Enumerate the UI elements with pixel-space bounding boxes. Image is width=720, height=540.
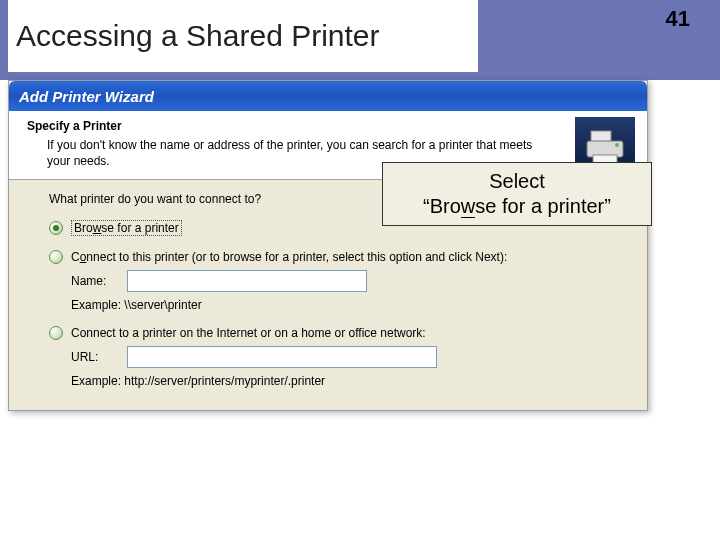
callout-text: Select “Browse for a printer” (423, 169, 611, 219)
name-example: Example: \\server\printer (71, 298, 627, 312)
slide-title-box: Accessing a Shared Printer (8, 0, 478, 72)
svg-point-3 (615, 143, 619, 147)
page-number: 41 (666, 6, 690, 32)
radio-connect-internet-label: Connect to a printer on the Internet or … (71, 326, 426, 340)
radio-row-connect-named[interactable]: Connect to this printer (or to browse fo… (49, 250, 627, 264)
slide-title: Accessing a Shared Printer (16, 19, 380, 53)
radio-connect-named[interactable] (49, 250, 63, 264)
wizard-heading: Specify a Printer (27, 119, 635, 133)
name-input[interactable] (127, 270, 367, 292)
url-label: URL: (71, 350, 119, 364)
radio-connect-named-label: Connect to this printer (or to browse fo… (71, 250, 507, 264)
url-example: Example: http://server/printers/myprinte… (71, 374, 627, 388)
url-field-row: URL: (71, 346, 627, 368)
name-field-row: Name: (71, 270, 627, 292)
window-title: Add Printer Wizard (19, 88, 154, 105)
radio-browse-label: Browse for a printer (71, 220, 182, 236)
slide-header: Accessing a Shared Printer 41 (0, 0, 720, 80)
instruction-callout: Select “Browse for a printer” (382, 162, 652, 226)
radio-connect-internet[interactable] (49, 326, 63, 340)
radio-browse[interactable] (49, 221, 63, 235)
add-printer-wizard-window: Add Printer Wizard Specify a Printer If … (8, 80, 648, 411)
window-titlebar[interactable]: Add Printer Wizard (9, 81, 647, 111)
radio-row-connect-internet[interactable]: Connect to a printer on the Internet or … (49, 326, 627, 340)
url-input[interactable] (127, 346, 437, 368)
name-label: Name: (71, 274, 119, 288)
